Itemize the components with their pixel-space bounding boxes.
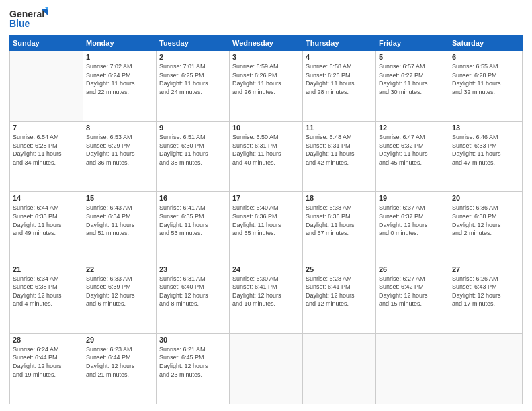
calendar-header-row: SundayMondayTuesdayWednesdayThursdayFrid… (10, 36, 523, 51)
calendar-cell: 6Sunrise: 6:55 AM Sunset: 6:28 PM Daylig… (449, 51, 523, 122)
calendar-cell: 5Sunrise: 6:57 AM Sunset: 6:27 PM Daylig… (376, 51, 449, 122)
cell-sun-info: Sunrise: 6:41 AM Sunset: 6:35 PM Dayligh… (159, 203, 226, 237)
calendar-week-4: 21Sunrise: 6:34 AM Sunset: 6:38 PM Dayli… (10, 263, 523, 333)
day-number: 1 (86, 53, 153, 61)
day-number: 25 (306, 265, 373, 273)
calendar-cell: 14Sunrise: 6:44 AM Sunset: 6:33 PM Dayli… (10, 192, 83, 263)
cell-sun-info: Sunrise: 6:40 AM Sunset: 6:36 PM Dayligh… (232, 203, 300, 237)
day-number: 9 (159, 124, 226, 132)
day-number: 7 (13, 124, 80, 132)
cell-sun-info: Sunrise: 6:57 AM Sunset: 6:27 PM Dayligh… (379, 62, 446, 96)
calendar-cell: 15Sunrise: 6:43 AM Sunset: 6:34 PM Dayli… (83, 192, 157, 263)
calendar-cell: 12Sunrise: 6:47 AM Sunset: 6:32 PM Dayli… (376, 122, 449, 192)
day-number: 12 (379, 124, 446, 132)
calendar-cell (303, 333, 376, 404)
day-number: 11 (306, 124, 373, 132)
cell-sun-info: Sunrise: 6:31 AM Sunset: 6:40 PM Dayligh… (159, 275, 226, 308)
day-number: 18 (306, 194, 373, 202)
calendar-cell: 28Sunrise: 6:24 AM Sunset: 6:44 PM Dayli… (10, 333, 83, 404)
col-header-friday: Friday (376, 36, 449, 51)
day-number: 10 (232, 124, 300, 132)
calendar-cell (449, 333, 523, 404)
calendar-cell: 17Sunrise: 6:40 AM Sunset: 6:36 PM Dayli… (230, 192, 303, 263)
day-number: 16 (159, 194, 226, 202)
calendar-week-3: 14Sunrise: 6:44 AM Sunset: 6:33 PM Dayli… (10, 192, 523, 263)
calendar-cell: 4Sunrise: 6:58 AM Sunset: 6:26 PM Daylig… (303, 51, 376, 122)
calendar-cell: 22Sunrise: 6:33 AM Sunset: 6:39 PM Dayli… (83, 263, 157, 333)
calendar-cell: 30Sunrise: 6:21 AM Sunset: 6:45 PM Dayli… (157, 333, 230, 404)
day-number: 30 (159, 336, 226, 344)
cell-sun-info: Sunrise: 6:47 AM Sunset: 6:32 PM Dayligh… (379, 133, 446, 167)
cell-sun-info: Sunrise: 6:48 AM Sunset: 6:31 PM Dayligh… (306, 133, 373, 167)
day-number: 20 (452, 194, 519, 202)
calendar-cell: 10Sunrise: 6:50 AM Sunset: 6:31 PM Dayli… (230, 122, 303, 192)
cell-sun-info: Sunrise: 6:43 AM Sunset: 6:34 PM Dayligh… (86, 203, 153, 237)
day-number: 23 (159, 265, 226, 273)
calendar-cell: 8Sunrise: 6:53 AM Sunset: 6:29 PM Daylig… (83, 122, 157, 192)
calendar-cell: 2Sunrise: 7:01 AM Sunset: 6:25 PM Daylig… (157, 51, 230, 122)
day-number: 8 (86, 124, 153, 132)
page: GeneralBlue SundayMondayTuesdayWednesday… (0, 0, 532, 411)
day-number: 29 (86, 336, 153, 344)
calendar-cell: 1Sunrise: 7:02 AM Sunset: 6:24 PM Daylig… (83, 51, 157, 122)
day-number: 17 (232, 194, 300, 202)
cell-sun-info: Sunrise: 6:33 AM Sunset: 6:39 PM Dayligh… (86, 275, 153, 308)
calendar-cell: 18Sunrise: 6:38 AM Sunset: 6:36 PM Dayli… (303, 192, 376, 263)
day-number: 3 (232, 53, 300, 61)
cell-sun-info: Sunrise: 6:59 AM Sunset: 6:26 PM Dayligh… (232, 62, 300, 96)
calendar-cell: 7Sunrise: 6:54 AM Sunset: 6:28 PM Daylig… (10, 122, 83, 192)
logo-svg: GeneralBlue (9, 7, 50, 31)
calendar-cell: 26Sunrise: 6:27 AM Sunset: 6:42 PM Dayli… (376, 263, 449, 333)
cell-sun-info: Sunrise: 6:23 AM Sunset: 6:44 PM Dayligh… (86, 345, 153, 379)
day-number: 2 (159, 53, 226, 61)
calendar-cell (230, 333, 303, 404)
logo: GeneralBlue (9, 7, 50, 31)
day-number: 15 (86, 194, 153, 202)
calendar-cell: 11Sunrise: 6:48 AM Sunset: 6:31 PM Dayli… (303, 122, 376, 192)
calendar-cell: 3Sunrise: 6:59 AM Sunset: 6:26 PM Daylig… (230, 51, 303, 122)
day-number: 4 (306, 53, 373, 61)
cell-sun-info: Sunrise: 6:28 AM Sunset: 6:41 PM Dayligh… (306, 275, 373, 308)
cell-sun-info: Sunrise: 6:51 AM Sunset: 6:30 PM Dayligh… (159, 133, 226, 167)
calendar-cell: 27Sunrise: 6:26 AM Sunset: 6:43 PM Dayli… (449, 263, 523, 333)
calendar-cell: 13Sunrise: 6:46 AM Sunset: 6:33 PM Dayli… (449, 122, 523, 192)
day-number: 5 (379, 53, 446, 61)
calendar-week-1: 1Sunrise: 7:02 AM Sunset: 6:24 PM Daylig… (10, 51, 523, 122)
cell-sun-info: Sunrise: 6:55 AM Sunset: 6:28 PM Dayligh… (452, 62, 519, 96)
calendar-cell: 21Sunrise: 6:34 AM Sunset: 6:38 PM Dayli… (10, 263, 83, 333)
svg-text:Blue: Blue (9, 18, 30, 29)
day-number: 22 (86, 265, 153, 273)
cell-sun-info: Sunrise: 6:44 AM Sunset: 6:33 PM Dayligh… (13, 203, 80, 237)
cell-sun-info: Sunrise: 7:01 AM Sunset: 6:25 PM Dayligh… (159, 62, 226, 96)
col-header-tuesday: Tuesday (157, 36, 230, 51)
day-number: 27 (452, 265, 519, 273)
cell-sun-info: Sunrise: 6:37 AM Sunset: 6:37 PM Dayligh… (379, 203, 446, 237)
col-header-thursday: Thursday (303, 36, 376, 51)
header: GeneralBlue (9, 7, 523, 31)
cell-sun-info: Sunrise: 6:58 AM Sunset: 6:26 PM Dayligh… (306, 62, 373, 96)
col-header-monday: Monday (83, 36, 157, 51)
day-number: 28 (13, 336, 80, 344)
col-header-saturday: Saturday (449, 36, 523, 51)
cell-sun-info: Sunrise: 6:30 AM Sunset: 6:41 PM Dayligh… (232, 275, 300, 308)
calendar-cell (376, 333, 449, 404)
calendar-cell: 25Sunrise: 6:28 AM Sunset: 6:41 PM Dayli… (303, 263, 376, 333)
cell-sun-info: Sunrise: 7:02 AM Sunset: 6:24 PM Dayligh… (86, 62, 153, 96)
calendar-cell: 19Sunrise: 6:37 AM Sunset: 6:37 PM Dayli… (376, 192, 449, 263)
cell-sun-info: Sunrise: 6:21 AM Sunset: 6:45 PM Dayligh… (159, 345, 226, 379)
calendar-cell (10, 51, 83, 122)
calendar-cell: 9Sunrise: 6:51 AM Sunset: 6:30 PM Daylig… (157, 122, 230, 192)
calendar-cell: 29Sunrise: 6:23 AM Sunset: 6:44 PM Dayli… (83, 333, 157, 404)
day-number: 6 (452, 53, 519, 61)
cell-sun-info: Sunrise: 6:34 AM Sunset: 6:38 PM Dayligh… (13, 275, 80, 308)
day-number: 14 (13, 194, 80, 202)
cell-sun-info: Sunrise: 6:53 AM Sunset: 6:29 PM Dayligh… (86, 133, 153, 167)
cell-sun-info: Sunrise: 6:26 AM Sunset: 6:43 PM Dayligh… (452, 275, 519, 308)
day-number: 21 (13, 265, 80, 273)
calendar-cell: 16Sunrise: 6:41 AM Sunset: 6:35 PM Dayli… (157, 192, 230, 263)
calendar-week-2: 7Sunrise: 6:54 AM Sunset: 6:28 PM Daylig… (10, 122, 523, 192)
day-number: 13 (452, 124, 519, 132)
calendar-week-5: 28Sunrise: 6:24 AM Sunset: 6:44 PM Dayli… (10, 333, 523, 404)
cell-sun-info: Sunrise: 6:38 AM Sunset: 6:36 PM Dayligh… (306, 203, 373, 237)
cell-sun-info: Sunrise: 6:27 AM Sunset: 6:42 PM Dayligh… (379, 275, 446, 308)
